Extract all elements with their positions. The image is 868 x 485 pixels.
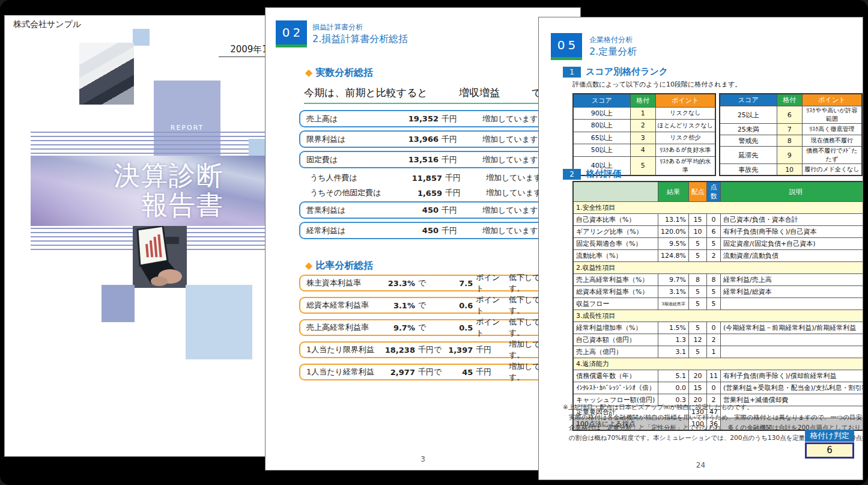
- row-connector: で: [415, 278, 443, 288]
- row-comment: 増加しています。: [467, 154, 546, 165]
- eval-row: 売上高（億円）3.151: [573, 346, 863, 358]
- rating-judgement-label: 格付け判定: [805, 430, 854, 442]
- eval-row: 4.返済能力: [573, 358, 863, 370]
- real-row: 営業利益は450千円増加しています。: [299, 201, 571, 219]
- row-value: 450: [396, 206, 439, 215]
- rank-rate: 4: [630, 144, 655, 157]
- rank-header-row: スコア格付ポイント: [720, 94, 862, 106]
- rank-rate: 10: [777, 164, 802, 176]
- eval-item: 自己資本比率（%）: [573, 214, 658, 226]
- eval-result: 120.0%: [658, 226, 689, 238]
- subsection-1-badge: 1: [563, 67, 581, 78]
- eval-section-label: 3.成長性項目: [573, 310, 863, 322]
- report-collage: 株式会社サンプル 2009年1月 REPORT 決算診断 報告書: [0, 0, 868, 485]
- eval-item: 収益フロー: [573, 298, 658, 310]
- eval-score: 6: [706, 226, 720, 238]
- company-name: 株式会社サンプル: [13, 19, 81, 30]
- subsection-1-title: スコア別格付ランク: [586, 66, 668, 78]
- page-number: 3: [266, 455, 580, 463]
- row-connector: 千円で: [415, 367, 443, 377]
- eval-alloc: 12: [688, 334, 706, 346]
- eval-result: 9.5%: [658, 238, 689, 250]
- eval-desc: 経常利益/売上高: [720, 274, 863, 286]
- real-row: 固定費は13,516千円増加しています。: [299, 151, 571, 168]
- rank-rate: 9: [777, 147, 802, 164]
- eval-header-row: 結果配点点数説明: [573, 181, 863, 202]
- section-number: 02: [276, 20, 307, 44]
- rank-point: 債務不履行でﾒﾄﾞたたず: [802, 147, 862, 164]
- eval-score: 5: [706, 286, 720, 298]
- rank-header-rate: 格付: [777, 94, 802, 106]
- row-comment: 増加しています。: [467, 225, 546, 236]
- row-unit: 千円: [473, 367, 503, 377]
- row-label: うちその他固定費は: [310, 188, 400, 198]
- rank-score: 25未満: [720, 124, 777, 135]
- rank-point: ﾘｽｸあるが平均的水準: [655, 156, 715, 175]
- section-title: 2.定量分析: [589, 46, 637, 58]
- rank-header-point: ポイント: [655, 94, 715, 107]
- eval-score: 0: [706, 322, 720, 334]
- rank-row: 警戒先8現在債務不履行: [720, 135, 862, 147]
- ratio-analysis-heading: ◆比率分析総括: [305, 260, 373, 272]
- rank-rate: 6: [777, 106, 802, 124]
- row-connector: 千円で: [415, 344, 443, 355]
- eval-item: 流動比率（%）: [573, 250, 658, 262]
- eval-row: 経常利益増加率（%）1.5%50(今期経常利益－前期経常利益)/前期経常利益: [573, 322, 863, 334]
- eval-header-result: 結果: [658, 181, 689, 202]
- row-unit: 千円: [439, 225, 467, 236]
- rank-rate: 7: [777, 124, 802, 135]
- eval-result: 13.1%: [658, 214, 689, 226]
- ratio-analysis-heading-label: 比率分析総括: [315, 260, 373, 271]
- eval-alloc: 8: [688, 274, 706, 286]
- row-label: 1人当たり限界利益: [306, 344, 383, 355]
- rank-score: 90以上: [573, 107, 630, 120]
- diamond-icon: ◆: [305, 260, 312, 271]
- footnote-line: ※上記項目・配点は日本ビズアップ㈱が独自に設定したものです。: [563, 402, 863, 412]
- pl-analysis-page[interactable]: 02 損益計算書分析 2.損益計算書分析総括 ◆実数分析総括 今期は、前期と比較…: [265, 7, 581, 471]
- eval-row: 2.収益性項目: [573, 262, 863, 274]
- row-label: 株主資本利益率: [306, 278, 383, 288]
- business-people-photo: [79, 43, 134, 105]
- report-banner-label: REPORT: [154, 124, 220, 132]
- rank-row: 25以上6ﾘｽｸやや高いが許容範囲: [720, 106, 862, 124]
- eval-result: 1.5%: [658, 322, 689, 334]
- eval-section-label: 4.返済能力: [573, 358, 863, 370]
- rank-score: 延滞先: [720, 147, 777, 164]
- row-comment: 増加しています。: [470, 188, 550, 198]
- rank-point: ﾘｽｸあるが良好水準: [655, 144, 715, 157]
- eval-row: ギアリング比率（%）120.0%106有利子負債(商手除く)/自己資本: [573, 226, 863, 238]
- row-delta: 1,397: [443, 346, 473, 355]
- rank-row: 65以上3リスク些少: [573, 132, 715, 144]
- row-value: 11,857: [400, 174, 442, 183]
- row-label: 固定費は: [306, 154, 396, 165]
- row-comment: 増加しています。: [467, 205, 546, 216]
- row-unit: 千円: [439, 154, 467, 165]
- eval-item: ｲﾝﾀﾚｽﾄ･ｶﾊﾞﾚｯｼﾞ･ﾚｼｵ（倍）: [573, 382, 658, 394]
- eval-result: 3期連続黒字: [658, 298, 689, 310]
- section-number-badge: 02: [276, 20, 307, 47]
- rank-score: 警戒先: [720, 135, 777, 147]
- eval-row: 収益フロー3期連続黒字55: [573, 298, 863, 310]
- eval-item: 債務償還年数（年）: [573, 370, 658, 382]
- decor-square-small: [133, 29, 150, 46]
- row-unit: 千円: [473, 344, 503, 355]
- row-value: 9.7%: [383, 323, 415, 332]
- row-label: 売上高経常利益率: [306, 322, 383, 333]
- eval-desc: 有利子負債(商手除く)/自己資本: [720, 226, 863, 238]
- rank-row: 事故先10履行のメド全くなし: [720, 164, 862, 176]
- eval-row: 1.安全性項目: [573, 202, 863, 214]
- eval-desc: 流動資産/流動負債: [720, 250, 863, 262]
- eval-alloc: 5: [688, 298, 706, 310]
- row-delta: 45: [443, 368, 473, 377]
- eval-header-item: [573, 181, 658, 202]
- eval-score: 5: [706, 238, 720, 250]
- row-label: うち人件費は: [310, 172, 400, 183]
- laptop-photo-graphic: [133, 226, 187, 288]
- cover-title: 決算診断 報告書: [114, 160, 224, 220]
- real-analysis-heading-label: 実数分析総括: [315, 67, 373, 78]
- eval-row: 3.成長性項目: [573, 310, 863, 322]
- eval-section-label: 2.収益性項目: [573, 262, 863, 274]
- eval-result: 9.7%: [658, 274, 689, 286]
- real-row: うちその他固定費は1,659千円増加しています。: [299, 186, 571, 200]
- rating-analysis-page[interactable]: 05 企業格付分析 2.定量分析 1 スコア別格付ランク 評価点数によって以下の…: [538, 17, 863, 480]
